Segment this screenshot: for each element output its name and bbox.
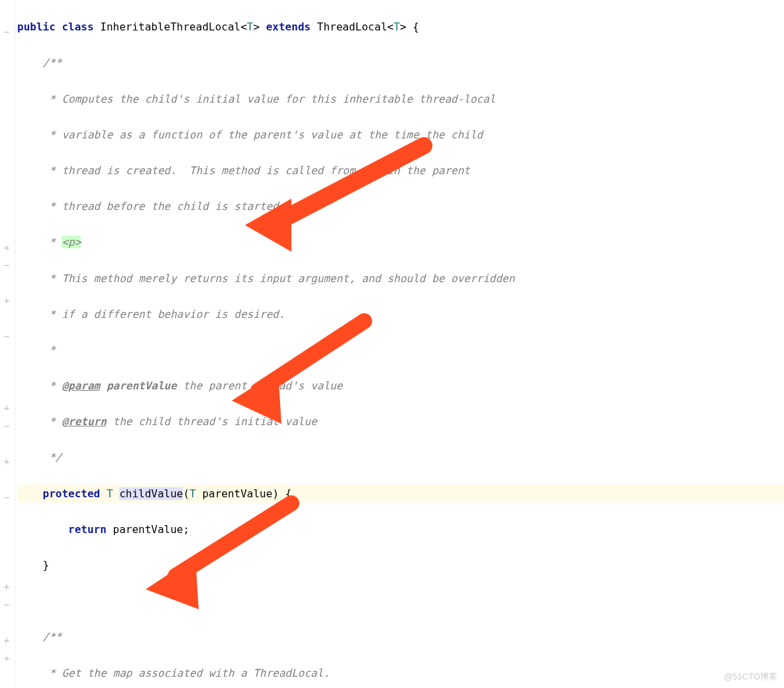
fold-marker-icon[interactable] (3, 601, 11, 609)
code-line: * (17, 341, 784, 359)
fold-marker-icon[interactable] (3, 404, 11, 412)
fold-marker-icon[interactable] (3, 261, 11, 269)
code-area[interactable]: public class InheritableThreadLocal<T> e… (17, 0, 784, 688)
code-line: * thread is created. This method is call… (17, 162, 784, 179)
code-line: */ (17, 448, 784, 466)
fold-marker-icon[interactable] (3, 422, 11, 430)
fold-marker-icon[interactable] (3, 458, 11, 466)
code-line: * thread before the child is started. (17, 197, 784, 215)
code-line: * if a different behavior is desired. (17, 305, 784, 323)
code-line: /** (17, 628, 784, 646)
fold-marker-icon[interactable] (3, 654, 11, 662)
fold-marker-icon[interactable] (3, 583, 11, 591)
code-line: * <p> (17, 233, 784, 251)
code-line (17, 592, 784, 610)
fold-marker-icon[interactable] (3, 244, 11, 252)
code-line: * variable as a function of the parent's… (17, 126, 784, 144)
code-line: public class InheritableThreadLocal<T> e… (17, 18, 784, 36)
watermark: @51CTO博客 (724, 669, 777, 684)
gutter (0, 0, 15, 688)
code-line: * Computes the child's initial value for… (17, 90, 784, 108)
fold-marker-icon[interactable] (3, 332, 11, 340)
code-line: * @return the child thread's initial val… (17, 413, 784, 430)
code-line: * @param parentValue the parent thread's… (17, 377, 784, 395)
code-line: protected T childValue(T parentValue) { (17, 485, 784, 503)
fold-marker-icon[interactable] (3, 636, 11, 644)
code-line: * Get the map associated with a ThreadLo… (17, 664, 784, 682)
code-line: } (17, 556, 784, 574)
code-line: * This method merely returns its input a… (17, 270, 784, 287)
fold-marker-icon[interactable] (3, 28, 11, 36)
code-line: return parentValue; (17, 520, 784, 538)
code-editor[interactable]: public class InheritableThreadLocal<T> e… (0, 0, 784, 688)
fold-marker-icon[interactable] (3, 297, 11, 305)
code-line: /** (17, 54, 784, 72)
fold-marker-icon[interactable] (3, 493, 11, 501)
